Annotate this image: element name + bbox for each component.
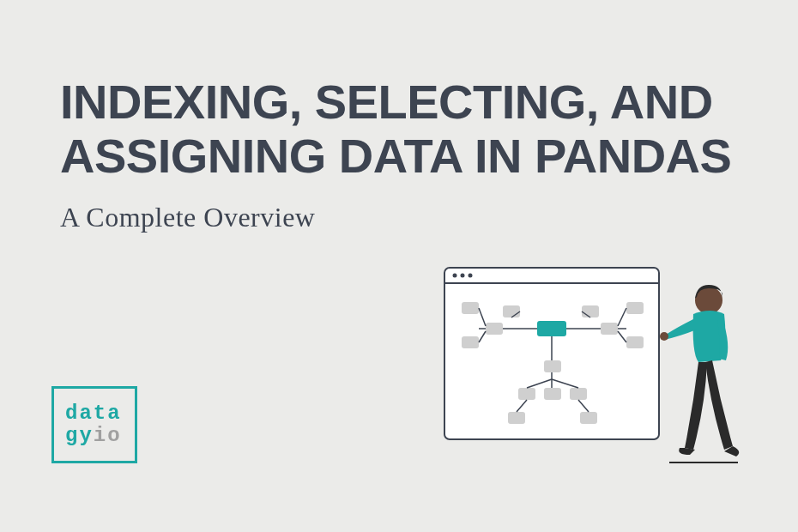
datagy-logo: data gyio	[51, 386, 137, 463]
svg-rect-6	[503, 305, 520, 317]
svg-rect-18	[508, 412, 525, 424]
svg-rect-10	[486, 323, 503, 335]
svg-rect-14	[544, 360, 561, 372]
svg-rect-19	[580, 412, 597, 424]
logo-line1: data	[65, 402, 122, 425]
svg-rect-12	[626, 302, 644, 314]
svg-rect-7	[582, 305, 599, 317]
person-icon	[660, 285, 739, 456]
svg-rect-5	[537, 321, 566, 336]
page-subtitle: A Complete Overview	[60, 202, 315, 233]
ground-line	[669, 462, 738, 463]
diagram-illustration	[436, 259, 753, 482]
svg-rect-8	[462, 302, 479, 314]
svg-rect-16	[544, 388, 561, 400]
svg-point-2	[453, 274, 457, 278]
page-title: INDEXING, SELECTING, AND ASSIGNING DATA …	[60, 76, 764, 183]
svg-rect-15	[518, 388, 535, 400]
svg-point-4	[469, 274, 473, 278]
svg-rect-17	[570, 388, 587, 400]
svg-point-37	[660, 332, 668, 341]
svg-rect-9	[462, 336, 479, 348]
svg-rect-11	[601, 323, 618, 335]
svg-point-3	[461, 274, 465, 278]
svg-rect-13	[626, 336, 644, 348]
logo-line2: gyio	[65, 425, 122, 447]
